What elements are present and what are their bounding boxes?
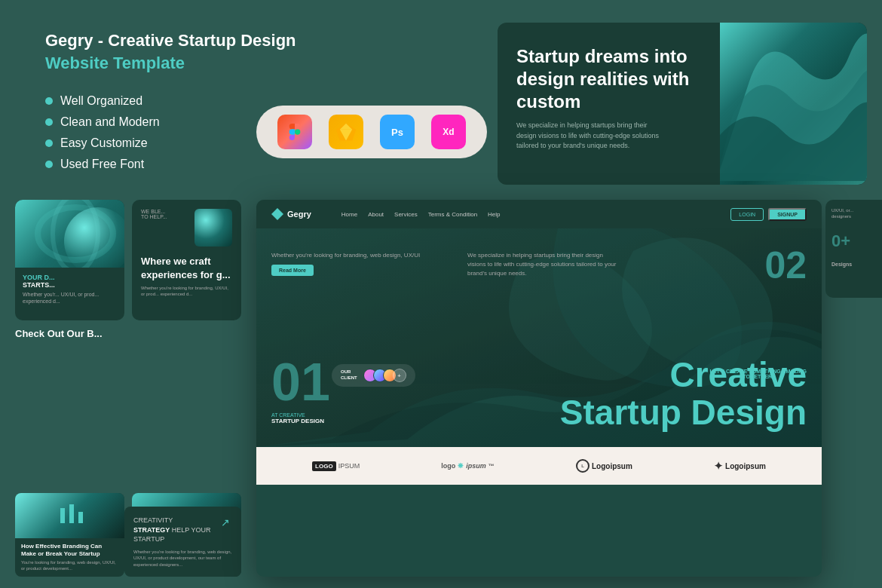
- card-title: YOUR D...: [23, 274, 117, 281]
- sketch-icon: [329, 115, 363, 149]
- hero-info-left: Whether you're looking for branding, web…: [271, 251, 422, 276]
- mid-left-label: Check Out Our B...: [15, 328, 241, 339]
- bottom-card-1: How Effective Branding Can Make or Break…: [15, 493, 124, 577]
- main-title: Gegry - Creative Startup Design: [45, 30, 332, 52]
- bottom-card-content: How Effective Branding Can Make or Break…: [15, 538, 124, 577]
- banner-headline: Startup dreams into design realities wit…: [516, 45, 701, 113]
- hero-banner: Startup dreams into design realities wit…: [498, 23, 867, 185]
- logo-4: ✦ Logoipsum: [714, 460, 766, 472]
- svg-marker-3: [352, 130, 356, 141]
- nav-about[interactable]: About: [368, 211, 384, 218]
- hero-number-top: 02: [764, 243, 807, 287]
- photoshop-icon: Ps: [380, 115, 415, 149]
- bullet-icon: [45, 97, 53, 105]
- svg-point-5: [38, 207, 113, 260]
- logo-bar: LOGO IPSUM logo ❋ ipsum ™ L Logoipsum ✦ …: [256, 447, 822, 485]
- client-avatars: +: [363, 369, 406, 382]
- nav-home[interactable]: Home: [341, 211, 357, 218]
- bottom-card-image: [15, 493, 124, 538]
- nav-buttons: LOGIN SIGNUP: [730, 208, 807, 221]
- right-partial-card: UX/UI, or...designers 0+Designs: [825, 200, 882, 298]
- right-partial-number: 0+Designs: [831, 231, 876, 271]
- check-label: Check Out Our B...: [15, 328, 241, 339]
- figma-icon: [277, 115, 312, 149]
- hero-info-right: We specialize in helping startups bring …: [467, 251, 618, 278]
- we-label: We ble...to help...: [141, 209, 167, 219]
- feature-item: Used Free Font: [45, 158, 332, 171]
- logo-1: LOGO IPSUM: [312, 461, 360, 471]
- mockup-hero: Whether you're looking for branding, web…: [256, 228, 822, 447]
- card-description: Whether you'r... UX/UI, or prod... exper…: [23, 291, 117, 305]
- card-starts: STARTS...: [23, 281, 117, 289]
- card-image: [15, 200, 124, 268]
- svg-marker-2: [336, 130, 340, 141]
- arrow-icon: ↗: [219, 516, 232, 529]
- xd-icon: Xd: [431, 115, 466, 149]
- signup-button[interactable]: SIGNUP: [768, 208, 807, 221]
- creativity-label: CREATIVITY STRATEGY HELP YOUR STARTUP: [133, 516, 232, 544]
- bullet-icon: [45, 161, 53, 168]
- bullet-icon: [45, 139, 53, 147]
- nav-help[interactable]: Help: [488, 211, 500, 218]
- hero-number-bottom: 01 AT CREATIVE STARTUP DESIGN: [271, 356, 330, 424]
- website-mockup: Gegry Home About Services Terms & Condit…: [256, 200, 822, 577]
- hero-big-title: Creative Startup Design: [560, 356, 807, 432]
- readmore-button[interactable]: Read More: [271, 265, 314, 276]
- nav-links: Home About Services Terms & Condition He…: [341, 211, 716, 218]
- nav-services[interactable]: Services: [394, 211, 418, 218]
- card-craft: We ble...to help... Where we craft exper…: [132, 200, 241, 320]
- clients-label: OURCLIENT: [341, 369, 357, 381]
- logo-2: logo ❋ ipsum ™: [441, 462, 495, 470]
- avatar-plus: +: [393, 369, 406, 382]
- banner-description: We specialize in helping startups bring …: [516, 121, 667, 152]
- tools-bar: Ps Xd: [256, 106, 487, 158]
- logo-text: Gegry: [287, 210, 311, 219]
- creativity-card: CREATIVITY STRATEGY HELP YOUR STARTUP ↗ …: [124, 507, 241, 577]
- login-button[interactable]: LOGIN: [730, 208, 764, 221]
- craft-title: Where we craft experiences for g...: [141, 254, 232, 281]
- card-content: YOUR D... STARTS... Whether you'r... UX/…: [15, 268, 124, 311]
- mockup-navbar: Gegry Home About Services Terms & Condit…: [256, 200, 822, 228]
- nav-logo: Gegry: [271, 208, 311, 220]
- banner-text: Startup dreams into design realities wit…: [498, 23, 720, 185]
- logo-icon: [271, 208, 283, 220]
- clients-badge: OURCLIENT +: [332, 364, 415, 387]
- craft-desc: Whether you're looking for branding, UX/…: [141, 285, 232, 298]
- nav-terms[interactable]: Terms & Condition: [428, 211, 477, 218]
- right-partial-text: UX/UI, or...designers: [831, 207, 876, 220]
- card-startup: YOUR D... STARTS... Whether you'r... UX/…: [15, 200, 124, 320]
- creativity-description: Whether you're looking for branding, web…: [133, 549, 232, 568]
- bullet-icon: [45, 118, 53, 126]
- main-subtitle: Website Template: [45, 54, 332, 73]
- banner-3d-visual: [720, 23, 867, 185]
- logo-3: L Logoipsum: [576, 459, 632, 473]
